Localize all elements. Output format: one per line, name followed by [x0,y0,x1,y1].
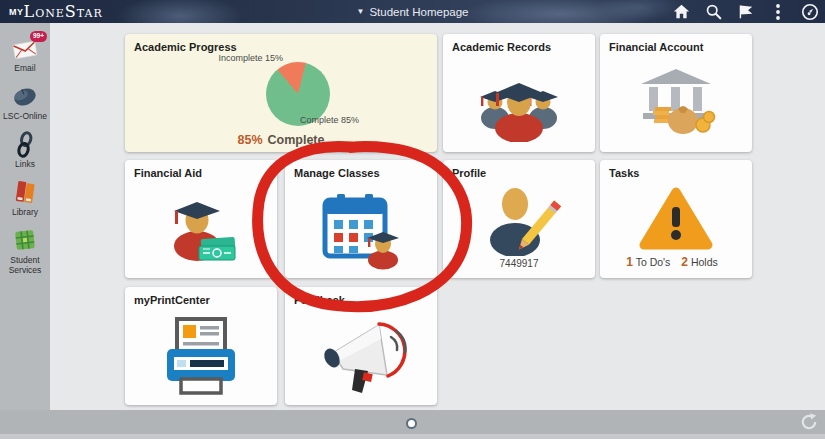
books-icon [11,179,39,205]
chevron-down-icon: ▼ [356,7,364,16]
email-unread-badge: 99+ [30,31,47,42]
envelope-icon: 99+ [11,35,39,61]
printer-icon [125,309,277,405]
kebab-menu-icon[interactable] [768,2,787,21]
profile-id: 7449917 [443,258,595,269]
tile-title: Academic Progress [134,41,237,53]
homepage-selector-dropdown[interactable]: ▼ Student Homepage [356,0,468,23]
calendar-graduate-icon [285,182,437,278]
bottom-edge [0,434,825,439]
tile-financial-aid[interactable]: Financial Aid [125,160,277,278]
refresh-icon[interactable] [799,412,819,432]
tile-feedback[interactable]: Feedback [285,287,437,405]
tile-title: Profile [452,167,486,179]
holds-count: 2 [681,255,688,269]
tile-title: Manage Classes [294,167,380,179]
tasks-summary: 1 To Do's 2 Holds [600,255,752,269]
tile-title: Financial Aid [134,167,202,179]
graduates-group-icon [443,56,595,152]
logo-name: LoneStar [24,0,103,23]
mylonestar-logo[interactable]: MYLoneStar [9,0,103,23]
bank-money-icon [600,56,752,152]
tile-academic-progress[interactable]: Academic Progress Incomplete 15% Complet… [125,34,437,152]
sidebar-item-label: Email [14,63,35,73]
tile-title: Tasks [609,167,639,179]
tile-title: myPrintCenter [134,294,210,306]
flag-icon[interactable] [736,2,755,21]
student-homepage: MYLoneStar ▼ Student Homepage [0,0,825,439]
sidebar-item-links[interactable]: Links [0,131,50,169]
logo-prefix: MY [9,7,24,17]
tile-academic-records[interactable]: Academic Records [443,34,595,152]
sidebar-item-lsc-online[interactable]: LSC-Online [0,83,50,121]
mouse-icon [11,83,39,109]
tile-profile[interactable]: Profile 7449917 [443,160,595,278]
tile-manage-classes[interactable]: Manage Classes [285,160,437,278]
tile-title: Feedback [294,294,345,306]
search-icon[interactable] [704,2,723,21]
todo-label: To Do's [636,256,671,268]
pie-label-complete: Complete 85% [300,115,359,125]
megaphone-icon [285,309,437,405]
progress-word: Complete [268,133,325,147]
sidebar-item-label: LSC-Online [3,111,47,121]
tile-financial-account[interactable]: Financial Account [600,34,752,152]
pie-label-incomplete: Incomplete 15% [183,53,283,63]
tile-tasks[interactable]: Tasks 1 To Do's 2 Holds [600,160,752,278]
progress-percent: 85% [238,133,263,147]
sidebar-item-label: Links [15,159,35,169]
tile-title: Academic Records [452,41,551,53]
top-header-bar: MYLoneStar ▼ Student Homepage [0,0,825,23]
graduate-money-icon [125,182,277,278]
homepage-selector-label: Student Homepage [369,6,468,18]
header-action-icons [672,0,819,23]
map-icon [11,227,39,253]
carousel-indicator-dot[interactable] [406,418,417,429]
holds-label: Holds [691,256,718,268]
person-pencil-icon [443,182,595,260]
sidebar-item-library[interactable]: Library [0,179,50,217]
home-icon[interactable] [672,2,691,21]
chain-link-icon [11,131,39,157]
sidebar-item-student-services[interactable]: Student Services [0,227,50,275]
sidebar-item-email[interactable]: 99+ Email [0,35,50,73]
sidebar-item-label: Library [12,207,38,217]
warning-triangle-icon [600,182,752,256]
left-sidebar: 99+ Email LSC-Online Links Library [0,23,50,439]
todo-count: 1 [626,255,633,269]
progress-summary: 85%Complete [125,133,437,147]
tile-title: Financial Account [609,41,703,53]
navbar-compass-icon[interactable] [800,2,819,21]
sidebar-item-label: Student Services [0,255,50,275]
tile-myprintcenter[interactable]: myPrintCenter [125,287,277,405]
